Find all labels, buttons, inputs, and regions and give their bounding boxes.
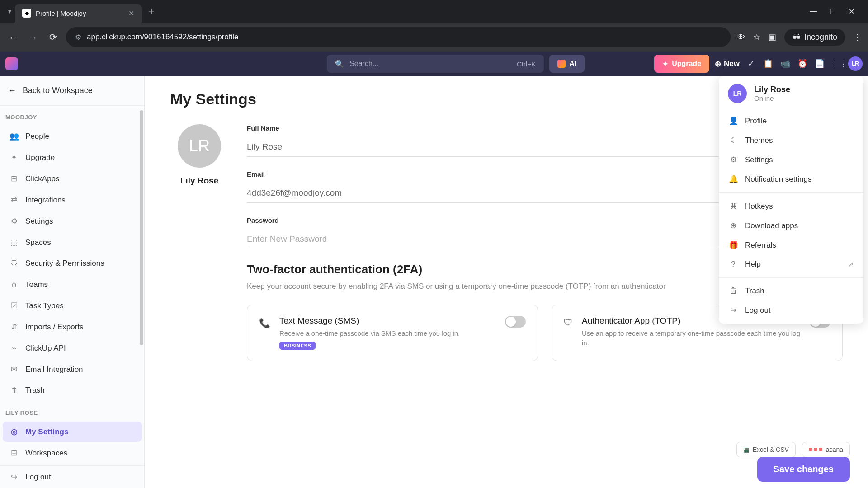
sidebar-item-clickapps[interactable]: ⊞ClickApps — [3, 169, 142, 189]
sidebar-item-people[interactable]: 👥People — [3, 126, 142, 146]
back-to-workspace[interactable]: ← Back to Workspace — [0, 76, 144, 106]
sidebar-item-my-settings[interactable]: ◎My Settings — [3, 422, 142, 442]
dropdown-item-themes[interactable]: ☾Themes — [719, 131, 863, 150]
excel-csv-badge[interactable]: ▦ Excel & CSV — [736, 442, 796, 457]
dropdown-icon: 🔔 — [729, 174, 738, 184]
upgrade-label: Upgrade — [672, 60, 701, 68]
incognito-badge[interactable]: 🕶 Incognito — [784, 29, 845, 46]
sidebar-scroll[interactable]: MOODJOY 👥People✦Upgrade⊞ClickApps⇄Integr… — [0, 106, 144, 465]
sidebar-item-email-integration[interactable]: ✉Email Integration — [3, 359, 142, 380]
sidebar-item-teams[interactable]: ⋔Teams — [3, 274, 142, 295]
sidebar-item-label: Imports / Exports — [25, 323, 83, 332]
back-label: Back to Workspace — [23, 86, 93, 95]
save-button[interactable]: Save changes — [757, 457, 850, 482]
dropdown-icon: ? — [729, 260, 738, 269]
sidebar-item-label: Spaces — [25, 238, 51, 247]
dropdown-item-notification-settings[interactable]: 🔔Notification settings — [719, 169, 863, 189]
grid-icon[interactable]: ⋮⋮⋮ — [831, 59, 843, 69]
window-controls: — ☐ ✕ — [810, 7, 863, 16]
sidebar-item-clickup-api[interactable]: ⌁ClickUp API — [3, 338, 142, 358]
tab-close-icon[interactable]: ✕ — [128, 9, 134, 18]
notepad-icon[interactable]: 📄 — [814, 59, 826, 69]
dropdown-icon: ↪ — [729, 305, 738, 315]
dropdown-icon: 👤 — [729, 116, 738, 126]
check-circle-icon[interactable]: ✓ — [745, 59, 757, 69]
sidebar-item-label: Integrations — [25, 196, 66, 205]
reload-icon[interactable]: ⟳ — [46, 32, 60, 42]
profile-left: LR Lily Rose — [170, 124, 229, 361]
dropdown-item-download-apps[interactable]: ⊕Download apps — [719, 216, 863, 235]
sidebar-item-trash[interactable]: 🗑Trash — [3, 380, 142, 400]
ai-button[interactable]: AI — [549, 55, 585, 73]
browser-menu-icon[interactable]: ⋮ — [854, 32, 862, 42]
sidebar-item-security-permissions[interactable]: 🛡Security & Permissions — [3, 253, 142, 273]
dropdown-avatar: LR — [728, 84, 747, 103]
shield-icon: 🛡 — [564, 318, 573, 328]
browser-tab[interactable]: ◆ Profile | Moodjoy ✕ — [15, 4, 142, 23]
phone-icon: 📞 — [259, 318, 270, 328]
sidebar-icon: ◎ — [9, 427, 19, 436]
clipboard-icon[interactable]: 📋 — [762, 59, 774, 69]
sidebar-item-label: People — [25, 132, 49, 141]
sidebar-icon: ⋔ — [9, 280, 19, 289]
new-tab-button[interactable]: + — [142, 5, 162, 17]
dropdown-divider — [719, 192, 863, 193]
search-input[interactable]: 🔍 Search... Ctrl+K — [327, 55, 544, 73]
dropdown-icon: ☾ — [729, 136, 738, 145]
close-window-icon[interactable]: ✕ — [849, 7, 854, 16]
dropdown-item-help[interactable]: ?Help↗ — [719, 255, 863, 274]
avatar-large[interactable]: LR — [178, 124, 221, 168]
upgrade-button[interactable]: ✦ Upgrade — [654, 55, 709, 73]
dropdown-item-trash[interactable]: 🗑Trash — [719, 282, 863, 300]
sidebar-footer: ↪ Log out — [0, 465, 144, 488]
search-placeholder: Search... — [349, 60, 378, 68]
panel-icon[interactable]: ▣ — [769, 32, 776, 42]
sidebar-item-workspaces[interactable]: ⊞Workspaces — [3, 443, 142, 463]
tab-title: Profile | Moodjoy — [36, 9, 124, 17]
sidebar-item-task-types[interactable]: ☑Task Types — [3, 296, 142, 316]
sidebar-item-label: Teams — [25, 280, 48, 289]
back-icon[interactable]: ← — [6, 32, 20, 42]
video-icon[interactable]: 📹 — [779, 59, 791, 69]
sidebar-item-label: Email Integration — [25, 365, 83, 374]
dropdown-item-label: Log out — [745, 306, 771, 315]
logout-label: Log out — [25, 473, 51, 482]
forward-icon[interactable]: → — [26, 32, 40, 42]
sidebar-item-settings[interactable]: ⚙Settings — [3, 211, 142, 231]
dropdown-item-log-out[interactable]: ↪Log out — [719, 300, 863, 320]
incognito-label: Incognito — [804, 33, 837, 42]
nav-bar: ← → ⟳ ⚙ app.clickup.com/9016164592/setti… — [0, 23, 868, 52]
eye-off-icon[interactable]: 👁 — [737, 33, 745, 42]
search-shortcut: Ctrl+K — [517, 60, 536, 68]
url-bar[interactable]: ⚙ app.clickup.com/9016164592/settings/pr… — [66, 27, 731, 47]
asana-badge[interactable]: asana — [802, 442, 850, 457]
scrollbar-thumb[interactable] — [140, 110, 143, 345]
sidebar-icon: 🛡 — [9, 259, 19, 268]
sms-toggle[interactable] — [505, 316, 526, 328]
bookmark-icon[interactable]: ☆ — [753, 32, 760, 42]
nav-right: 👁 ☆ ▣ 🕶 Incognito ⋮ — [737, 29, 862, 46]
sidebar-item-spaces[interactable]: ⬚Spaces — [3, 232, 142, 253]
url-text: app.clickup.com/9016164592/settings/prof… — [87, 33, 239, 42]
sidebar-item-integrations[interactable]: ⇄Integrations — [3, 190, 142, 210]
sidebar-item-upgrade[interactable]: ✦Upgrade — [3, 147, 142, 168]
sidebar-item-imports-exports[interactable]: ⇵Imports / Exports — [3, 317, 142, 337]
maximize-icon[interactable]: ☐ — [830, 7, 836, 16]
dropdown-item-profile[interactable]: 👤Profile — [719, 111, 863, 131]
dropdown-icon: ⚙ — [729, 155, 738, 164]
dropdown-item-settings[interactable]: ⚙Settings — [719, 150, 863, 169]
import-badges: ▦ Excel & CSV asana — [736, 442, 850, 457]
app-header: 🔍 Search... Ctrl+K AI ✦ Upgrade ⊕ New ✓ … — [0, 52, 868, 76]
dropdown-item-referrals[interactable]: 🎁Referrals — [719, 235, 863, 255]
tab-search-icon[interactable]: ▾ — [5, 8, 15, 15]
site-info-icon[interactable]: ⚙ — [75, 33, 81, 42]
dropdown-item-hotkeys[interactable]: ⌘Hotkeys — [719, 197, 863, 216]
sidebar-item-logout[interactable]: ↪ Log out — [3, 467, 142, 487]
app-logo-icon[interactable] — [5, 57, 18, 70]
new-button[interactable]: ⊕ New — [715, 59, 740, 69]
minimize-icon[interactable]: — — [810, 7, 817, 16]
clock-icon[interactable]: ⏰ — [797, 59, 808, 69]
avatar-button[interactable]: LR — [848, 56, 863, 71]
sidebar-icon: ✉ — [9, 365, 19, 374]
dropdown-header: LR Lily Rose Online — [719, 76, 863, 111]
